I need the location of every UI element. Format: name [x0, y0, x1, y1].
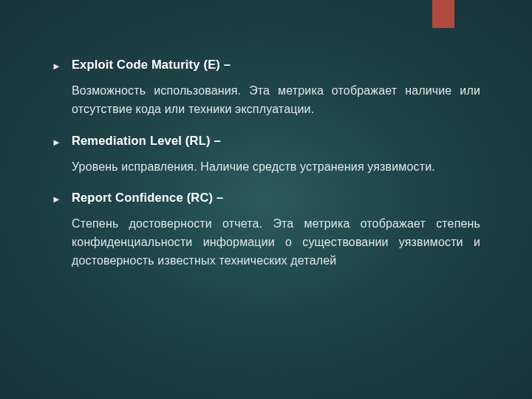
list-item: ► Remediation Level (RL) – Уровень испра…	[52, 134, 480, 177]
slide-content: ► Exploit Code Maturity (E) – Возможност…	[0, 0, 532, 270]
title-row: ► Exploit Code Maturity (E) –	[52, 58, 480, 72]
item-title: Exploit Code Maturity (E) –	[72, 58, 231, 72]
item-description: Возможность использования. Эта метрика о…	[72, 82, 480, 119]
title-row: ► Report Confidence (RC) –	[52, 191, 480, 205]
item-description: Уровень исправления. Наличие средств уст…	[72, 158, 480, 177]
item-title: Remediation Level (RL) –	[72, 134, 221, 148]
list-item: ► Report Confidence (RC) – Степень досто…	[52, 191, 480, 270]
list-item: ► Exploit Code Maturity (E) – Возможност…	[52, 58, 480, 119]
accent-bar	[432, 0, 454, 28]
item-title: Report Confidence (RC) –	[72, 191, 224, 205]
bullet-icon: ►	[52, 61, 61, 72]
item-description: Степень достоверности отчета. Эта метрик…	[72, 215, 480, 270]
bullet-icon: ►	[52, 194, 61, 205]
bullet-icon: ►	[52, 137, 61, 149]
title-row: ► Remediation Level (RL) –	[52, 134, 480, 148]
